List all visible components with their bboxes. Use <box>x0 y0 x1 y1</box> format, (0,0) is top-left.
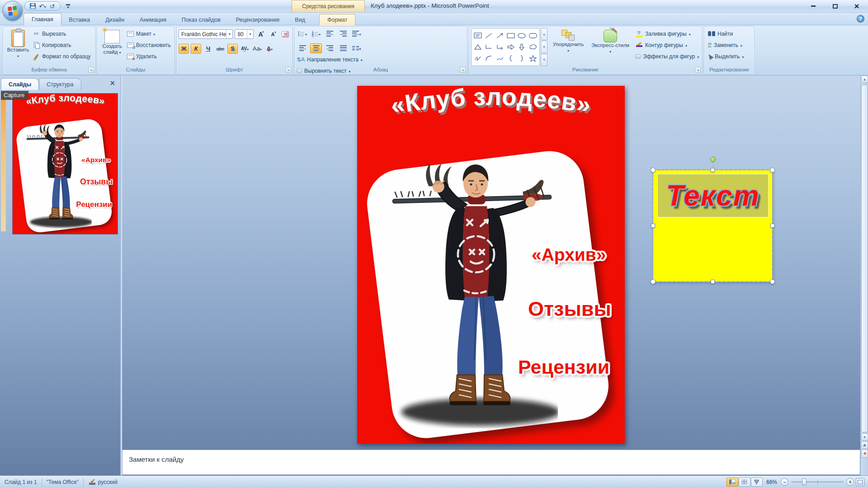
select-button[interactable]: Выделить <box>708 51 752 62</box>
quick-styles-button[interactable]: Экспресс-стили <box>589 28 632 66</box>
shrink-font-button[interactable]: A <box>268 29 278 39</box>
reset-slide-button[interactable]: Восстановить <box>127 39 172 51</box>
font-dialog-launcher[interactable] <box>285 67 291 73</box>
align-left-button[interactable] <box>297 43 308 53</box>
shape-arc-icon[interactable] <box>484 55 493 62</box>
tab-vstavka[interactable]: Вставка <box>61 14 98 25</box>
shape-left-brace-icon[interactable] <box>506 55 515 62</box>
panel-close-icon[interactable] <box>110 79 115 88</box>
underline-button[interactable]: Ч <box>203 44 213 54</box>
normal-view-button[interactable] <box>726 478 738 487</box>
slide-item-archive[interactable]: «Архив» <box>532 245 606 265</box>
textbox-text-selection[interactable]: Текст <box>657 174 769 217</box>
cut-button[interactable]: Вырезать <box>33 28 93 39</box>
villain-illustration[interactable] <box>390 158 558 435</box>
strikethrough-button[interactable]: abc <box>215 44 226 54</box>
shape-oval-icon[interactable] <box>517 32 526 39</box>
slide-thumbnail[interactable]: «Клуб злодеев» «Клуб злодеев» «Архив» От… <box>12 93 118 235</box>
vertical-scrollbar[interactable]: ▲ ▼ « « <box>860 75 868 475</box>
shapes-scroll-up-button[interactable]: ▲ <box>541 28 547 40</box>
shape-blob-icon[interactable] <box>528 43 538 51</box>
customize-qat-button[interactable]: ▬▾ <box>66 3 70 9</box>
zoom-out-button[interactable]: – <box>781 478 788 486</box>
panel-tab-outline[interactable]: Структура <box>39 78 81 90</box>
columns-button[interactable] <box>351 43 363 53</box>
shape-fill-button[interactable]: 🜄Заливка фигуры <box>635 28 699 39</box>
selected-textbox[interactable]: Текст <box>653 170 772 282</box>
new-slide-button[interactable]: Создать слайд <box>99 28 125 66</box>
slideshow-view-button[interactable] <box>751 478 763 487</box>
paste-button[interactable]: Вставить <box>5 28 31 66</box>
justify-button[interactable] <box>337 43 349 53</box>
shape-line-icon[interactable] <box>484 32 493 39</box>
slide-item-recenzii[interactable]: Рецензии <box>518 356 609 378</box>
shape-right-arrow-icon[interactable] <box>506 43 515 51</box>
fit-to-window-button[interactable] <box>856 478 864 486</box>
handle-top-right[interactable] <box>770 168 775 173</box>
tab-dizayn[interactable]: Дизайн <box>98 14 132 25</box>
bullets-button[interactable]: •—•—•— <box>297 29 308 39</box>
italic-button[interactable]: К <box>191 44 201 54</box>
panel-tab-slides[interactable]: Слайды <box>1 78 39 90</box>
shape-right-brace-icon[interactable] <box>517 55 526 62</box>
change-case-button[interactable]: Aa <box>252 44 263 54</box>
shape-elbow-arrow-icon[interactable] <box>495 43 505 51</box>
shape-outline-button[interactable]: Контур фигуры <box>635 39 699 51</box>
zoom-slider[interactable] <box>791 481 844 483</box>
zoom-in-button[interactable]: + <box>846 478 854 486</box>
slide-sorter-view-button[interactable] <box>739 478 750 487</box>
office-button[interactable] <box>3 1 23 21</box>
grow-font-button[interactable]: A <box>255 29 266 39</box>
increase-indent-button[interactable] <box>337 29 349 39</box>
handle-right[interactable] <box>770 224 774 228</box>
tab-format[interactable]: Формат <box>319 14 355 25</box>
redo-button[interactable] <box>48 3 57 10</box>
scroll-up-button[interactable]: ▲ <box>861 75 868 83</box>
scroll-down-button[interactable]: ▼ <box>861 433 868 441</box>
textbox-text[interactable]: Текст <box>666 179 760 212</box>
shape-arrow-icon[interactable] <box>495 32 505 39</box>
notes-pane[interactable]: Заметки к слайду <box>122 450 860 475</box>
shapes-gallery[interactable] <box>471 28 540 66</box>
handle-bottom[interactable] <box>711 280 715 284</box>
align-center-button[interactable] <box>310 43 322 53</box>
paragraph-dialog-launcher[interactable] <box>460 67 466 73</box>
help-icon[interactable] <box>857 15 864 23</box>
shape-star-icon[interactable] <box>528 55 538 62</box>
find-button[interactable]: Найти <box>708 28 752 39</box>
shape-curve-icon[interactable] <box>495 55 505 62</box>
close-button[interactable] <box>852 3 862 9</box>
shape-triangle-icon[interactable] <box>473 43 482 51</box>
shape-down-arrow-icon[interactable] <box>517 43 526 51</box>
handle-left[interactable] <box>651 224 655 228</box>
line-spacing-button[interactable] <box>351 29 363 39</box>
numbering-button[interactable]: 1—2—3— <box>310 29 322 39</box>
shapes-more-button[interactable]: ▼̲ <box>541 54 547 66</box>
slide-canvas[interactable]: «Клуб злодеев» «Клуб злодеев» «Архив» От… <box>357 86 625 444</box>
bold-button[interactable]: Ж <box>179 44 189 54</box>
maximize-button[interactable] <box>830 3 840 9</box>
next-slide-button[interactable]: « <box>861 450 868 458</box>
rotation-handle[interactable] <box>710 157 716 162</box>
shape-textbox-icon[interactable] <box>473 32 482 39</box>
layout-button[interactable]: Макет <box>127 28 172 39</box>
tab-animatsiya[interactable]: Анимация <box>132 14 174 25</box>
panel-splitter[interactable] <box>120 75 122 475</box>
text-shadow-button[interactable]: S <box>227 44 238 54</box>
slide-title[interactable]: «Клуб злодеев» «Клуб злодеев» <box>357 86 625 136</box>
undo-button[interactable] <box>38 3 47 10</box>
handle-top-left[interactable] <box>651 168 656 173</box>
handle-bottom-left[interactable] <box>651 279 656 284</box>
clear-formatting-button[interactable] <box>280 29 290 39</box>
tab-retsenzirovanie[interactable]: Рецензирование <box>228 14 288 25</box>
shape-scribble-icon[interactable] <box>473 55 482 62</box>
copy-button[interactable]: Копировать <box>33 39 93 51</box>
drawing-dialog-launcher[interactable] <box>695 67 701 73</box>
clipboard-dialog-launcher[interactable] <box>88 67 94 73</box>
decrease-indent-button[interactable] <box>324 29 335 39</box>
replace-button[interactable]: abacЗаменить <box>708 39 752 51</box>
handle-top[interactable] <box>711 168 715 172</box>
arrange-button[interactable]: Упорядочить <box>549 28 587 66</box>
zoom-slider-thumb[interactable] <box>802 479 807 485</box>
format-painter-button[interactable]: Формат по образцу <box>33 51 93 62</box>
